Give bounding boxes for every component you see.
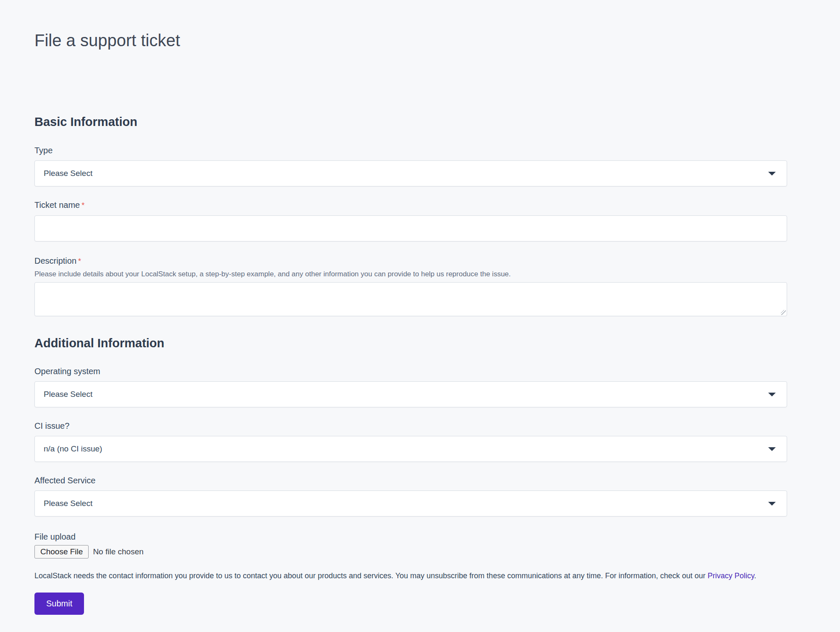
privacy-policy-link[interactable]: Privacy Policy bbox=[708, 572, 754, 580]
choose-file-button[interactable]: Choose File bbox=[34, 545, 89, 559]
field-ci-issue: CI issue? n/a (no CI issue) bbox=[34, 421, 787, 462]
ci-issue-select-value: n/a (no CI issue) bbox=[44, 444, 102, 454]
type-label-text: Type bbox=[34, 146, 52, 155]
field-operating-system: Operating system Please Select bbox=[34, 366, 787, 407]
field-type: Type Please Select bbox=[34, 145, 787, 186]
operating-system-label: Operating system bbox=[34, 366, 787, 376]
type-label: Type bbox=[34, 145, 787, 155]
section-heading-basic-information: Basic Information bbox=[34, 114, 787, 129]
field-file-upload: File upload Choose File No file chosen bbox=[34, 532, 787, 559]
type-select[interactable]: Please Select bbox=[34, 160, 787, 186]
chevron-down-icon bbox=[768, 447, 776, 451]
affected-service-select-value: Please Select bbox=[44, 499, 92, 508]
description-help-text: Please include details about your LocalS… bbox=[34, 270, 787, 279]
ticket-name-input[interactable] bbox=[34, 215, 787, 241]
ci-issue-label-text: CI issue? bbox=[34, 421, 69, 430]
submit-button[interactable]: Submit bbox=[34, 593, 84, 615]
file-chosen-status: No file chosen bbox=[93, 547, 143, 556]
chevron-down-icon bbox=[768, 502, 776, 506]
description-label-text: Description bbox=[34, 256, 76, 265]
ticket-name-label: Ticket name* bbox=[34, 200, 787, 210]
field-description: Description* Please include details abou… bbox=[34, 256, 787, 316]
affected-service-select[interactable]: Please Select bbox=[34, 490, 787, 517]
required-asterisk: * bbox=[81, 201, 84, 210]
ticket-name-label-text: Ticket name bbox=[34, 200, 80, 210]
operating-system-select-value: Please Select bbox=[44, 390, 92, 399]
field-affected-service: Affected Service Please Select bbox=[34, 475, 787, 517]
section-heading-additional-information: Additional Information bbox=[34, 336, 787, 351]
operating-system-select[interactable]: Please Select bbox=[34, 381, 787, 407]
page-title: File a support ticket bbox=[34, 29, 787, 51]
file-upload-label-text: File upload bbox=[34, 532, 76, 541]
chevron-down-icon bbox=[768, 172, 776, 176]
chevron-down-icon bbox=[768, 393, 776, 396]
description-label: Description* bbox=[34, 256, 787, 266]
affected-service-label: Affected Service bbox=[34, 475, 787, 485]
description-textarea-wrap bbox=[34, 282, 787, 316]
support-ticket-page: File a support ticket Basic Information … bbox=[0, 29, 787, 615]
privacy-notice-period: . bbox=[754, 572, 756, 580]
privacy-notice-text: LocalStack needs the contact information… bbox=[34, 572, 708, 580]
required-asterisk: * bbox=[78, 257, 81, 265]
field-ticket-name: Ticket name* bbox=[34, 200, 787, 241]
affected-service-label-text: Affected Service bbox=[34, 476, 95, 485]
file-upload-label: File upload bbox=[34, 532, 787, 542]
operating-system-label-text: Operating system bbox=[34, 367, 100, 376]
privacy-notice: LocalStack needs the contact information… bbox=[34, 571, 787, 581]
file-upload-control[interactable]: Choose File No file chosen bbox=[34, 545, 787, 559]
type-select-value: Please Select bbox=[44, 169, 92, 178]
description-textarea[interactable] bbox=[34, 282, 787, 316]
ci-issue-label: CI issue? bbox=[34, 421, 787, 431]
ci-issue-select[interactable]: n/a (no CI issue) bbox=[34, 436, 787, 462]
